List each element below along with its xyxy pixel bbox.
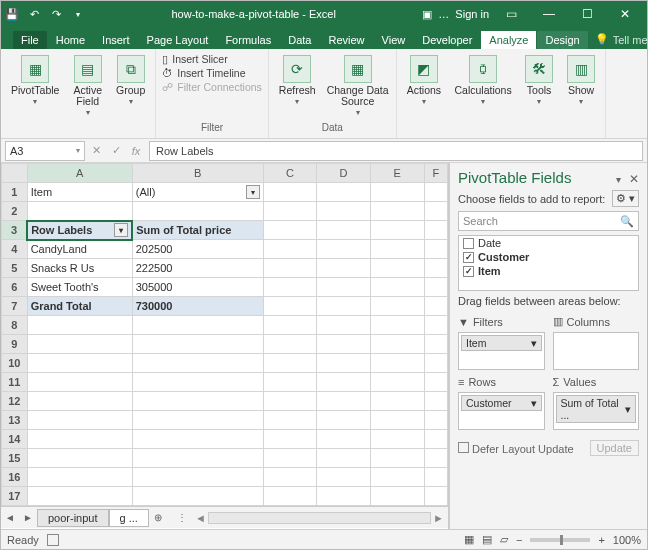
search-fields[interactable]: Search🔍 [458,211,639,231]
cell[interactable]: (All)▾ [132,183,263,202]
group-button[interactable]: ⧉Group [112,53,149,119]
cell[interactable]: Snacks R Us [27,259,132,278]
grand-total-value[interactable]: 730000 [132,297,263,316]
insert-timeline[interactable]: ⏱Insert Timeline [162,67,262,79]
col-header-D[interactable]: D [317,164,371,183]
tab-insert[interactable]: Insert [94,31,138,49]
col-header-B[interactable]: B [132,164,263,183]
update-button[interactable]: Update [590,440,639,456]
rowlabels-dropdown-icon[interactable]: ▾ [114,223,128,237]
view-break-icon[interactable]: ▱ [500,533,508,546]
tools-icon: 🛠 [525,55,553,83]
group-icon: ⧉ [117,55,145,83]
tab-formulas[interactable]: Formulas [217,31,279,49]
cell[interactable]: 202500 [132,240,263,259]
view-normal-icon[interactable]: ▦ [464,533,474,546]
pivottable-button[interactable]: ▦PivotTable [7,53,63,119]
name-box[interactable]: A3▾ [5,141,85,161]
save-icon[interactable]: 💾 [5,7,19,21]
scroll-right-icon[interactable]: ► [433,512,444,524]
tell-me[interactable]: 💡Tell me [589,30,648,49]
formula-bar[interactable]: Row Labels [149,141,643,161]
col-header-C[interactable]: C [263,164,317,183]
sheet-tab[interactable]: poor-input [37,509,109,527]
tab-developer[interactable]: Developer [414,31,480,49]
qat-dropdown-icon[interactable]: ▾ [71,7,85,21]
col-header-A[interactable]: A [27,164,132,183]
minimize-icon[interactable]: — [531,3,567,25]
row-labels-header[interactable]: Row Labels▾ [27,221,132,240]
checkbox[interactable]: ✓ [463,266,474,277]
filters-area[interactable]: Item▾ [458,332,545,370]
tab-page-layout[interactable]: Page Layout [139,31,217,49]
zoom-slider[interactable] [530,538,590,542]
pivottable-fields-pane: PivotTable Fields ▾ ✕ Choose fields to a… [449,163,647,529]
cell[interactable]: Item [27,183,132,202]
sheet-nav-prev[interactable]: ◄ [1,512,19,523]
actions-button[interactable]: ◩Actions [403,53,445,108]
tab-review[interactable]: Review [320,31,372,49]
values-header[interactable]: Sum of Total price [132,221,263,240]
change-data-source[interactable]: ▦Change Data Source [326,53,390,119]
values-area[interactable]: Sum of Total ...▾ [553,392,640,430]
grand-total-label[interactable]: Grand Total [27,297,132,316]
tab-design[interactable]: Design [537,31,587,49]
field-pill[interactable]: Item▾ [461,335,542,351]
zoom-in-icon[interactable]: + [598,534,604,546]
cell[interactable]: 222500 [132,259,263,278]
ribbon-collapse-icon[interactable]: ▣ [422,8,432,21]
worksheet-area[interactable]: A B C D E F 1 Item (All)▾ 2 3 Row Labels… [1,163,449,529]
zoom-level[interactable]: 100% [613,534,641,546]
cancel-formula-icon[interactable]: ✕ [89,144,103,157]
hscrollbar[interactable] [208,512,431,524]
maximize-icon[interactable]: ☐ [569,3,605,25]
cell[interactable]: Sweet Tooth's [27,278,132,297]
scroll-left-icon[interactable]: ◄ [195,512,206,524]
checkbox[interactable] [463,238,474,249]
cell[interactable]: 305000 [132,278,263,297]
refresh-icon: ⟳ [283,55,311,83]
macro-record-icon[interactable] [47,534,59,546]
tab-view[interactable]: View [374,31,414,49]
calculations-button[interactable]: ⧮Calculations [451,53,515,108]
defer-checkbox[interactable] [458,442,469,453]
redo-icon[interactable]: ↷ [49,7,63,21]
active-field-button[interactable]: ▤Active Field [69,53,106,119]
rows-area[interactable]: Customer▾ [458,392,545,430]
field-item: ✓Customer [459,250,638,264]
tab-file[interactable]: File [13,31,47,49]
field-pill[interactable]: Sum of Total ...▾ [556,395,637,423]
undo-icon[interactable]: ↶ [27,7,41,21]
col-header-F[interactable]: F [424,164,447,183]
sheet-nav-next[interactable]: ► [19,512,37,523]
sign-in[interactable]: ▣ … Sign in [422,8,489,21]
show-button[interactable]: ▥Show [563,53,599,108]
view-page-icon[interactable]: ▤ [482,533,492,546]
cell[interactable]: CandyLand [27,240,132,259]
values-label: ΣValues [553,376,640,388]
ribbon-options-icon[interactable]: ▭ [493,3,529,25]
enter-formula-icon[interactable]: ✓ [109,144,123,157]
tools-button[interactable]: 🛠Tools [521,53,557,108]
pane-settings-icon[interactable]: ⚙ ▾ [612,190,639,207]
pane-dropdown-icon[interactable]: ▾ [616,174,621,185]
checkbox[interactable]: ✓ [463,252,474,263]
insert-slicer[interactable]: ▯Insert Slicer [162,53,262,65]
col-header-E[interactable]: E [370,164,424,183]
refresh-button[interactable]: ⟳Refresh [275,53,320,119]
zoom-out-icon[interactable]: − [516,534,522,546]
tab-analyze[interactable]: Analyze [481,31,536,49]
select-all[interactable] [2,164,28,183]
close-icon[interactable]: ✕ [607,3,643,25]
fx-icon[interactable]: fx [129,145,143,157]
field-list[interactable]: Date ✓Customer ✓Item [458,235,639,291]
sheet-tab[interactable]: g ... [109,509,149,527]
tab-home[interactable]: Home [48,31,93,49]
filter-dropdown-icon[interactable]: ▾ [246,185,260,199]
field-pill[interactable]: Customer▾ [461,395,542,411]
show-icon: ▥ [567,55,595,83]
close-pane-icon[interactable]: ✕ [629,172,639,186]
new-sheet-icon[interactable]: ⊕ [149,512,167,523]
columns-area[interactable] [553,332,640,370]
tab-data[interactable]: Data [280,31,319,49]
